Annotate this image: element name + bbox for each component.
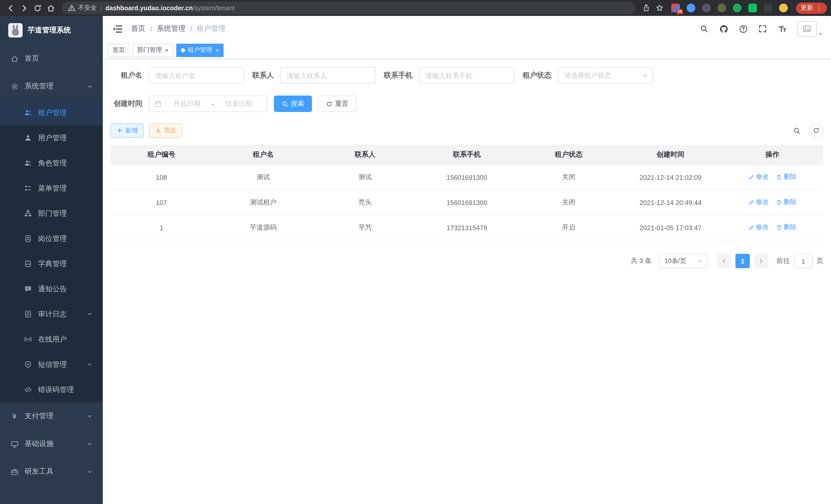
sidebar-item-system[interactable]: 系统管理 [0, 72, 103, 100]
date-range-picker[interactable]: 开始日期 - 结束日期 [148, 95, 268, 112]
tab-tenant[interactable]: 租户管理 × [176, 43, 224, 57]
warning-icon [68, 4, 76, 12]
page-size-select[interactable]: 10条/页 [659, 254, 708, 268]
sidebar-item-tenant[interactable]: 租户管理 [0, 100, 103, 125]
app-title: 芋道管理系统 [28, 26, 71, 35]
bookmark-star-icon[interactable] [653, 1, 666, 14]
tab-label: 首页 [113, 46, 125, 55]
edit-icon [748, 199, 754, 206]
extension-icon[interactable] [702, 4, 711, 12]
close-icon[interactable]: × [165, 47, 169, 53]
sidebar-item-roles[interactable]: 角色管理 [0, 151, 103, 176]
export-button[interactable]: 导出 [149, 123, 182, 138]
reset-button[interactable]: 重置 [318, 95, 356, 112]
sidebar-item-sms[interactable]: 短信管理 [0, 352, 103, 377]
sidebar-item-dictionary[interactable]: 字典管理 [0, 251, 103, 276]
next-page-button[interactable] [754, 254, 768, 268]
address-bar[interactable]: 不安全 dashboard.yudao.iocoder.cn/system/te… [62, 2, 635, 14]
edit-link[interactable]: 修改 [748, 173, 769, 182]
contact-input[interactable] [280, 67, 376, 84]
security-chip[interactable]: 不安全 [68, 4, 96, 12]
reload-button[interactable] [31, 1, 44, 14]
tenant-name-label: 租户名 [111, 71, 142, 80]
back-button[interactable] [4, 1, 18, 14]
user-menu[interactable] [797, 21, 823, 36]
chevron-down-icon [87, 413, 92, 419]
app-logo[interactable]: 芋道管理系统 [0, 16, 103, 45]
sidebar-item-audit-log[interactable]: 审计日志 [0, 302, 103, 327]
update-label: 更新 [801, 4, 813, 12]
column-header: 联系人 [314, 145, 416, 165]
sidebar-item-posts[interactable]: 岗位管理 [0, 226, 103, 251]
extension-icon[interactable] [687, 4, 695, 12]
github-icon[interactable] [716, 21, 731, 36]
edit-link[interactable]: 修改 [748, 223, 769, 232]
extension-icon[interactable] [748, 4, 757, 12]
cell-actions: 修改删除 [721, 190, 823, 215]
sidebar-item-label: 岗位管理 [38, 234, 67, 243]
fullscreen-icon[interactable] [755, 21, 770, 36]
cell-created: 2021-12-14 20:49:44 [620, 190, 721, 215]
cell-status: 关闭 [518, 190, 620, 215]
breadcrumb-system[interactable]: 系统管理 [157, 24, 185, 33]
font-size-icon[interactable] [774, 21, 790, 36]
tab-home[interactable]: 首页 [108, 43, 130, 57]
app-header: 首页 / 系统管理 / 租户管理 [103, 16, 831, 41]
sidebar-item-users[interactable]: 用户管理 [0, 125, 103, 151]
dev-tools-icon [10, 468, 19, 475]
add-button[interactable]: 新增 [111, 123, 144, 138]
cell-created: 2021-12-14 21:02:09 [620, 165, 721, 190]
search-button[interactable]: 搜索 [274, 95, 312, 112]
forward-button[interactable] [18, 1, 31, 14]
breadcrumb-current: 租户管理 [197, 24, 226, 33]
cell-contact: 秃头 [314, 190, 416, 215]
sidebar-item-home[interactable]: 首页 [0, 45, 103, 72]
sidebar-item-departments[interactable]: 部门管理 [0, 201, 103, 226]
edit-link[interactable]: 修改 [748, 198, 769, 207]
page-size-value: 10条/页 [664, 257, 686, 265]
extension-badge: 10 [676, 9, 683, 14]
search-icon[interactable] [696, 21, 712, 36]
sidebar-item-error-codes[interactable]: 错误码管理 [0, 377, 103, 402]
sidebar-item-online-users[interactable]: 在线用户 [0, 327, 103, 352]
delete-link[interactable]: 删除 [776, 173, 797, 182]
tenant-name-input[interactable] [148, 67, 244, 84]
extension-puzzle-icon[interactable] [764, 4, 772, 12]
toggle-search-icon[interactable] [790, 123, 804, 138]
home-button[interactable] [44, 1, 58, 14]
search-label: 搜索 [291, 99, 304, 109]
browser-update-button[interactable]: 更新 ⋮ [796, 2, 827, 13]
share-icon[interactable] [639, 1, 653, 14]
breadcrumb: 首页 / 系统管理 / 租户管理 [131, 24, 226, 33]
sidebar-fold-icon[interactable] [111, 22, 124, 35]
goto-page-input[interactable] [794, 254, 812, 268]
sidebar-item-payment[interactable]: ¥ 支付管理 [0, 402, 103, 430]
tab-department[interactable]: 部门管理 × [133, 43, 173, 57]
extension-icon[interactable] [733, 4, 742, 12]
sidebar-item-dev-tools[interactable]: 研发工具 [0, 458, 103, 485]
delete-link[interactable]: 删除 [776, 223, 797, 232]
extension-icon[interactable]: 10 [671, 4, 680, 12]
prev-page-button[interactable] [717, 254, 731, 268]
sidebar-item-infrastructure[interactable]: 基础设施 [0, 430, 103, 458]
delete-link[interactable]: 删除 [776, 198, 797, 207]
cell-tenant-id: 108 [111, 165, 212, 190]
mobile-input[interactable] [419, 67, 514, 84]
sidebar-item-label: 字典管理 [38, 259, 67, 268]
rabbit-logo-icon [8, 23, 23, 37]
sidebar-item-notices[interactable]: 通知公告 [0, 276, 103, 302]
help-icon[interactable] [736, 21, 751, 36]
close-icon[interactable]: × [215, 47, 219, 53]
breadcrumb-home[interactable]: 首页 [131, 24, 145, 33]
sidebar-item-label: 首页 [25, 54, 39, 63]
status-select[interactable]: 请选择租户状态 [557, 67, 653, 84]
page-number-current[interactable]: 1 [736, 254, 750, 268]
cell-contact: 芋艿 [314, 215, 416, 240]
extension-icon[interactable] [717, 4, 726, 12]
sidebar-item-menus[interactable]: 菜单管理 [0, 176, 103, 201]
cell-tenant-id: 1 [111, 215, 212, 240]
chevron-down-icon [87, 469, 92, 474]
extension-icon[interactable] [779, 4, 788, 12]
refresh-table-icon[interactable] [809, 123, 823, 138]
security-label: 不安全 [78, 4, 96, 12]
